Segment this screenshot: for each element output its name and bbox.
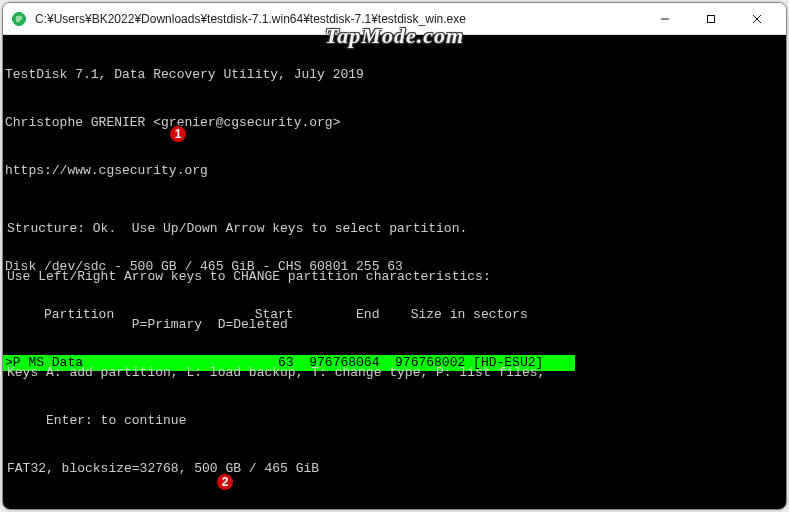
term-line-url: https://www.cgsecurity.org [3,163,786,179]
term-line-help1: Use Left/Right Arrow keys to CHANGE part… [5,269,786,285]
maximize-button[interactable] [688,4,734,34]
app-window: C:¥Users¥BK2022¥Downloads¥testdisk-7.1.w… [2,2,787,510]
term-line-enter: Enter: to continue [5,413,786,429]
term-line-help2: P=Primary D=Deleted [5,317,786,333]
annotation-badge-1: 1 [169,125,187,143]
app-icon [11,11,27,27]
annotation-badge-2: 2 [216,473,234,491]
term-line-keys: Keys A: add partition, L: load backup, T… [5,365,786,381]
title-bar[interactable]: C:¥Users¥BK2022¥Downloads¥testdisk-7.1.w… [3,3,786,35]
term-line-fs: FAT32, blocksize=32768, 500 GB / 465 GiB [5,461,786,477]
badge-1-label: 1 [175,126,182,142]
badge-2-label: 2 [222,474,229,490]
minimize-button[interactable] [642,4,688,34]
window-title: C:¥Users¥BK2022¥Downloads¥testdisk-7.1.w… [35,12,642,26]
terminal-area[interactable]: TestDisk 7.1, Data Recovery Utility, Jul… [3,35,786,509]
svg-rect-1 [708,15,715,22]
term-footer: Structure: Ok. Use Up/Down Arrow keys to… [3,189,786,509]
term-line-appname: TestDisk 7.1, Data Recovery Utility, Jul… [3,67,786,83]
term-line-author: Christophe GRENIER <grenier@cgsecurity.o… [3,115,786,131]
term-line-structure: Structure: Ok. Use Up/Down Arrow keys to… [5,221,786,237]
close-button[interactable] [734,4,780,34]
window-controls [642,4,780,34]
